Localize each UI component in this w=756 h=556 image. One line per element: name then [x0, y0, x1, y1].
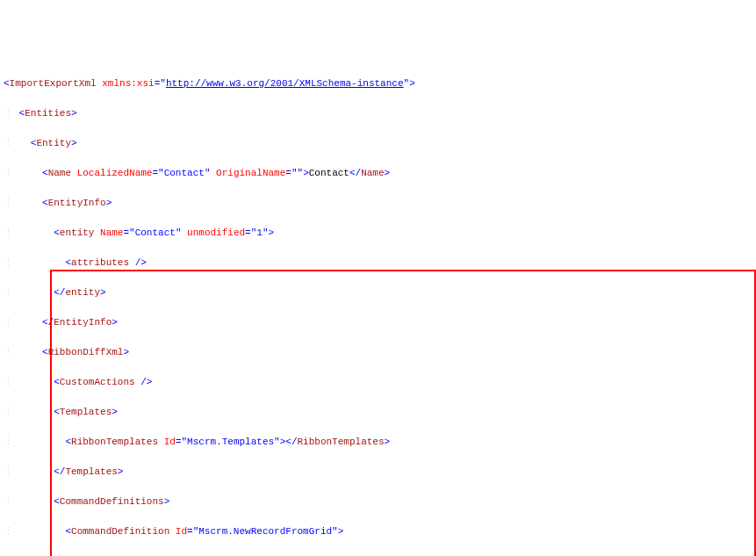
xml-code-block: <ImportExportXml xmlns:xsi="http://www.w… — [4, 61, 752, 556]
xml-schema-url[interactable]: http://www.w3.org/2001/XMLSchema-instanc… — [166, 78, 404, 89]
